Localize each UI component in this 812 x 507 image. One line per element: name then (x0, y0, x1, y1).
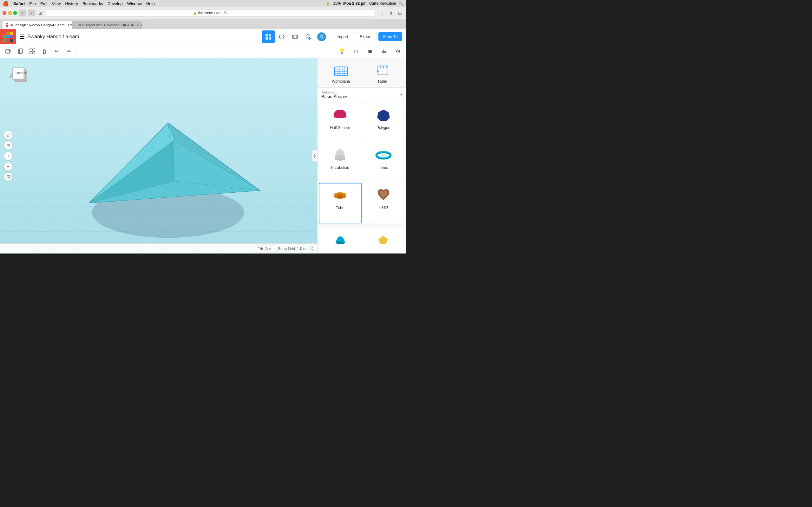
shape-item-tube[interactable]: ☆ Tube (319, 183, 362, 223)
app-menu-window[interactable]: Window (127, 1, 142, 6)
shape-item-heart[interactable]: Heart (362, 183, 405, 223)
app-menu-file[interactable]: File (29, 1, 36, 6)
extra1-icon (332, 231, 349, 248)
svg-rect-26 (33, 49, 35, 51)
viewport[interactable]: FRONT LEFT ⌂ ⊡ + − (0, 58, 317, 253)
svg-rect-125 (337, 195, 343, 196)
app-menu-develop[interactable]: Develop (107, 1, 123, 6)
shape-item-half-sphere[interactable]: Half Sphere (319, 103, 362, 143)
tinkercad-logo[interactable] (0, 29, 16, 44)
tab-overview-button[interactable]: ⊡ (397, 9, 403, 16)
close-button[interactable] (3, 11, 6, 15)
url-text: tinkercad.com (198, 11, 222, 15)
group-button[interactable] (27, 46, 38, 57)
back-button[interactable]: ‹ (19, 9, 26, 16)
list-icon[interactable]: ☰ (20, 33, 25, 40)
zoom-out-button[interactable]: − (4, 162, 13, 171)
shape-item-polygon[interactable]: Polygon (362, 103, 405, 143)
shape-category[interactable]: Tinkercad Basic Shapes ▾ (317, 88, 406, 102)
tab-favicon-tinkercad: T (6, 23, 8, 27)
workplane-label: Workplane (332, 79, 350, 83)
sidebar-collapse-button[interactable]: ❯ (312, 150, 317, 162)
search-icon[interactable]: 🔍 (399, 1, 403, 6)
tube-favorite-icon[interactable]: ☆ (356, 185, 359, 190)
svg-marker-115 (377, 110, 390, 121)
minimize-button[interactable] (8, 11, 12, 15)
app-menu-bookmarks[interactable]: Bookmarks (83, 1, 103, 6)
viewport-controls: ⌂ ⊡ + − (4, 130, 13, 181)
new-tab-button[interactable]: + (143, 21, 146, 27)
delete-button[interactable] (39, 46, 50, 57)
extra2-icon (374, 231, 392, 248)
shapes-grid: Half Sphere Polygon (317, 102, 406, 225)
shape-item-extra1[interactable] (319, 228, 362, 251)
zoom-in-button[interactable]: + (4, 152, 13, 160)
redo-button[interactable]: ↪ (63, 46, 74, 57)
paraboloid-icon (331, 147, 349, 164)
download-button[interactable]: ↓ (379, 9, 386, 16)
send-to-button[interactable]: Send To (378, 32, 402, 41)
app-menu-history[interactable]: History (65, 1, 78, 6)
design-name-area: ☰ Swanky Hango-Uusam (16, 33, 262, 40)
svg-point-16 (307, 35, 309, 37)
avatar: C (317, 32, 326, 41)
viewport-scene (0, 58, 317, 253)
forward-button[interactable]: › (28, 9, 35, 16)
code-view-button[interactable] (275, 31, 288, 43)
add-user-icon (305, 34, 311, 40)
undo-button[interactable]: ↩ (51, 46, 62, 57)
ruler-svg (374, 62, 391, 78)
cube-icon (6, 175, 10, 179)
add-user-button[interactable] (302, 31, 315, 43)
light-button[interactable]: 💡 (336, 46, 348, 57)
torus-icon (374, 147, 392, 164)
workplane-button[interactable]: Workplane (321, 62, 361, 83)
browser-chrome: ‹ › ⊞ 🔒 tinkercad.com ↻ ↓ ⬆ ⊡ T 3D desig… (0, 7, 406, 29)
ruler-button[interactable]: Ruler (363, 62, 403, 83)
app-menu-view[interactable]: View (52, 1, 61, 6)
schematic-icon (292, 34, 298, 40)
snap-value[interactable]: 1.0 mm ▲ ▼ (297, 246, 313, 251)
app-menu-help[interactable]: Help (146, 1, 155, 6)
mirror-button[interactable] (392, 46, 403, 57)
perspective-button[interactable] (4, 172, 13, 181)
sidebar-toggle-button[interactable]: ⊞ (37, 9, 44, 16)
shape-item-torus[interactable]: Torus (362, 143, 405, 182)
share-button[interactable]: ⬆ (388, 9, 395, 16)
svg-rect-3 (3, 35, 6, 38)
apple-menu[interactable]: 🍎 (3, 1, 9, 7)
export-button[interactable]: Export (355, 32, 376, 41)
view-cube[interactable]: FRONT LEFT (6, 65, 26, 83)
new-shape-button[interactable] (3, 46, 14, 57)
app-menu-safari[interactable]: Safari (13, 1, 25, 6)
category-dropdown-icon[interactable]: ▾ (400, 93, 402, 97)
fit-view-button[interactable]: ⊡ (4, 141, 13, 150)
group-icon (29, 48, 36, 55)
category-prefix: Tinkercad (321, 90, 349, 94)
wireframe-button[interactable]: ◻ (350, 46, 362, 57)
align-button[interactable] (378, 46, 390, 57)
app-menu-edit[interactable]: Edit (40, 1, 47, 6)
3d-view-button[interactable] (262, 31, 275, 43)
import-button[interactable]: Import (332, 32, 353, 41)
shape-item-paraboloid[interactable]: Paraboloid (319, 143, 362, 182)
polygon-icon (374, 107, 392, 124)
reload-button[interactable]: ↻ (224, 10, 228, 15)
edit-grid-button[interactable]: Edit Grid (255, 245, 274, 252)
design-name[interactable]: Swanky Hango-Uusam (27, 34, 79, 40)
tab-project[interactable]: 3D Project with Tinkercad: DIGITAL TECHN… (72, 21, 142, 29)
ruler-icon (374, 62, 391, 78)
account-button[interactable]: C (315, 31, 328, 43)
svg-rect-10 (269, 34, 271, 37)
logo-svg (2, 31, 14, 43)
home-view-button[interactable]: ⌂ (4, 130, 13, 139)
address-bar[interactable]: 🔒 tinkercad.com ↻ (46, 9, 375, 17)
copy-button[interactable] (14, 46, 26, 57)
tab-tinkercad[interactable]: T 3D design Swanky Hango-Uusam | Tinkerc… (3, 21, 72, 29)
mirror-icon (395, 49, 401, 54)
shape-item-extra2[interactable] (362, 228, 405, 251)
maximize-button[interactable] (13, 11, 17, 15)
solid-button[interactable]: ◼ (364, 46, 375, 57)
svg-marker-127 (378, 236, 388, 244)
schematic-view-button[interactable] (289, 31, 301, 43)
